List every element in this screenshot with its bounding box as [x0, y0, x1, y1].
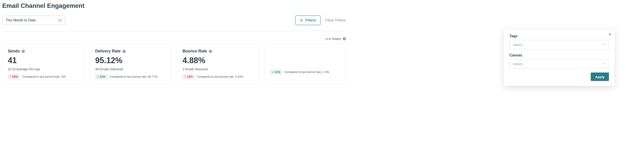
info-icon[interactable]: i	[122, 50, 126, 53]
svg-point-8	[302, 20, 302, 20]
divider	[2, 31, 346, 32]
section-header-row: e in Rates i	[2, 37, 346, 40]
compare-text: Compared to last period rate: 85.77%	[109, 75, 158, 78]
sliders-icon	[300, 19, 303, 22]
caret-up-icon: ▲	[272, 71, 274, 73]
card-sends: Sends i 41 10.25 Average Per Day ▼ 84% C…	[2, 44, 84, 84]
caret-down-icon: ▼	[184, 76, 186, 78]
toolbar-right: Filters Clear Filters	[296, 16, 346, 25]
clear-filters-button[interactable]: Clear Filters	[325, 18, 346, 22]
filters-button[interactable]: Filters	[296, 16, 320, 25]
delta-value: 12%	[187, 75, 193, 78]
card-subtext: 39 Emails Delivered	[95, 68, 166, 71]
date-range-label: This Month to Date	[6, 18, 36, 22]
card-subtext: 10.25 Average Per Day	[8, 68, 78, 71]
delta-badge: ▲ 11%	[95, 74, 107, 79]
delta-value: 11%	[100, 75, 105, 78]
card-title: Sends	[8, 49, 20, 54]
toolbar: This Month to Date Filter	[2, 16, 346, 25]
card-bounce-rate: Bounce Rate i 4.88% 2 Emails Bounced ▼ 1…	[177, 44, 259, 84]
card-hidden-metric: . . ▲ 11% Compared to last period rate: …	[264, 44, 346, 84]
card-value: 4.88%	[182, 56, 253, 65]
card-delivery-rate: Delivery Rate i 95.12% 39 Emails Deliver…	[90, 44, 172, 84]
svg-point-7	[300, 19, 301, 20]
delta-badge: ▼ 12%	[182, 74, 194, 79]
info-icon[interactable]: i	[343, 37, 346, 40]
delta-value: 84%	[12, 75, 18, 78]
compare-text: Compared to last period total: 253	[22, 75, 66, 78]
caret-down-icon: ▼	[10, 76, 12, 78]
filters-label: Filters	[306, 18, 316, 22]
delta-badge: ▲ 11%	[270, 70, 282, 74]
date-range-picker[interactable]: This Month to Date	[2, 16, 65, 25]
info-icon[interactable]: i	[22, 50, 25, 53]
svg-point-9	[301, 21, 301, 21]
svg-rect-0	[59, 19, 61, 22]
compare-text: Compared to last period rate: 5.53%	[197, 75, 244, 78]
calendar-icon	[58, 18, 62, 22]
compare-text: Compared to last period rate: 2.3%	[284, 70, 329, 74]
card-value: 95.12%	[95, 56, 166, 65]
caret-up-icon: ▲	[97, 76, 99, 78]
info-icon[interactable]: i	[209, 50, 212, 53]
rates-label-fragment: e in Rates	[326, 37, 341, 40]
card-subtext: 2 Emails Bounced	[182, 68, 253, 71]
metric-cards: Sends i 41 10.25 Average Per Day ▼ 84% C…	[2, 44, 346, 84]
delta-badge: ▼ 84%	[8, 74, 20, 79]
card-title: Bounce Rate	[182, 49, 207, 54]
card-title: Delivery Rate	[95, 49, 121, 54]
delta-value: 11%	[274, 70, 280, 74]
card-value: 41	[8, 56, 78, 65]
page-title: Email Channel Engagement	[2, 2, 346, 9]
